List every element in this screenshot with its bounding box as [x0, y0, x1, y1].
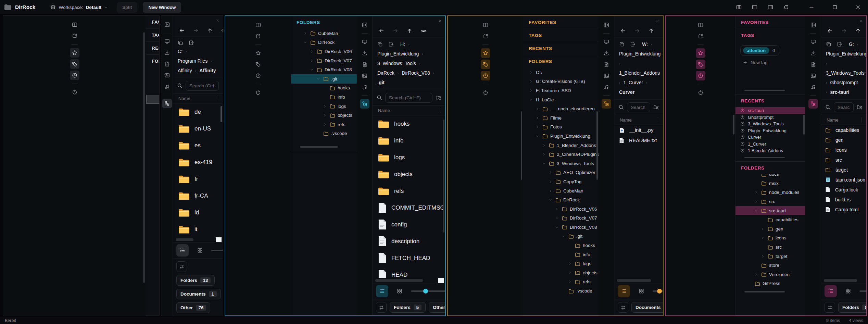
tree-item[interactable]: Adobe: [146, 77, 160, 86]
breadcrumb-item[interactable]: G:: [849, 40, 854, 48]
drives-view-icon[interactable]: [360, 37, 369, 47]
split-view-icon[interactable]: [70, 20, 79, 29]
recents-item[interactable]: 1 Blender Addons: [735, 147, 805, 154]
filter-chip[interactable]: Documents1: [631, 302, 663, 313]
workspace-switcher[interactable]: Workspace: Default: [48, 2, 111, 12]
list-view-button[interactable]: [825, 285, 837, 297]
tree-item[interactable]: G: Create-Visions (6TB): [523, 77, 599, 86]
chevron-down-icon[interactable]: [302, 40, 308, 44]
tree-item[interactable]: Resources: [146, 195, 160, 204]
chevron-right-icon[interactable]: [534, 125, 540, 129]
tree-item[interactable]: objects: [291, 111, 357, 120]
forward-button[interactable]: [841, 28, 847, 34]
file-item[interactable]: FETCH_HEAD: [373, 250, 445, 266]
tree-item[interactable]: src: [735, 242, 805, 252]
open-new-window-icon[interactable]: [696, 32, 705, 41]
chevron-right-icon[interactable]: [158, 252, 160, 256]
chevron-right-icon[interactable]: [760, 227, 765, 231]
icon-size-slider[interactable]: [211, 250, 223, 251]
filter-chip[interactable]: Folders5: [390, 302, 426, 313]
tree-item[interactable]: docs: [735, 174, 805, 179]
recents-item[interactable]: Ghostprompt: [735, 114, 805, 121]
tree-item[interactable]: Android: [146, 286, 160, 295]
tree-item[interactable]: src: [735, 197, 805, 206]
list-view-button[interactable]: [618, 285, 630, 297]
folder-search-icon[interactable]: [436, 95, 441, 100]
swap-sort-button[interactable]: [376, 302, 387, 313]
horizontal-scrollbar-thumb[interactable]: [824, 279, 857, 282]
recents-toggle-icon[interactable]: [70, 71, 79, 80]
section-header[interactable]: RECENTS: [735, 95, 805, 107]
icon-size-slider[interactable]: [411, 290, 445, 292]
close-view-button[interactable]: [656, 19, 659, 23]
slider-knob[interactable]: [423, 289, 428, 294]
tree-item[interactable]: .vscode: [523, 286, 599, 296]
file-item[interactable]: es-419: [173, 154, 223, 171]
breadcrumb-item[interactable]: C:: [178, 48, 183, 55]
breadcrumb-item[interactable]: 3_Windows_Tools: [377, 60, 416, 67]
tree-item[interactable]: 3_Windows_Tools: [523, 159, 599, 168]
swap-sort-button[interactable]: [618, 302, 628, 313]
horizontal-scrollbar-thumb[interactable]: [744, 157, 785, 158]
documents-view-icon[interactable]: [360, 60, 369, 69]
section-header[interactable]: FOLDERS: [523, 55, 599, 68]
horizontal-scrollbar-thumb[interactable]: [744, 90, 785, 91]
breadcrumb-item[interactable]: Plugin_Entwicklung: [826, 50, 866, 58]
file-item[interactable]: tauri.conf.json: [821, 175, 866, 185]
chevron-down-icon[interactable]: [554, 225, 559, 229]
tree-item[interactable]: DirRock_V06: [291, 47, 357, 56]
music-view-icon[interactable]: [162, 82, 172, 91]
swap-sort-button[interactable]: [176, 261, 187, 272]
tree-item[interactable]: F: Texturen_SSD: [523, 86, 599, 95]
file-item[interactable]: en-US: [173, 120, 223, 137]
chevron-down-icon[interactable]: [158, 88, 160, 92]
back-button[interactable]: [827, 28, 833, 34]
folder-search-icon[interactable]: [653, 104, 659, 110]
downloads-view-icon[interactable]: [602, 48, 611, 58]
tree-item[interactable]: store: [735, 261, 805, 270]
breadcrumb-item[interactable]: H:: [400, 40, 405, 48]
recents-item[interactable]: Plugin_Entwicklung: [735, 127, 805, 134]
tree-item[interactable]: info: [523, 250, 599, 259]
recents-item[interactable]: src-tauri: [735, 107, 805, 114]
chevron-right-icon[interactable]: [528, 71, 533, 74]
split-view-icon[interactable]: [253, 20, 263, 30]
search-input[interactable]: [834, 102, 854, 112]
column-header-name[interactable]: Name: [821, 115, 866, 125]
recents-item[interactable]: Curver: [735, 134, 805, 141]
tree-item[interactable]: capabilities: [735, 215, 805, 224]
horizontal-scrollbar[interactable]: [616, 278, 662, 283]
breadcrumb-item[interactable]: Affinity: [178, 67, 192, 74]
tag-chip[interactable]: attention0: [740, 45, 779, 56]
file-item[interactable]: src: [821, 155, 866, 165]
tags-toggle-icon[interactable]: [253, 60, 263, 69]
grid-view-button[interactable]: [635, 285, 647, 297]
filter-chip[interactable]: Folders13: [176, 275, 215, 286]
tree-item[interactable]: Fotos: [523, 123, 599, 132]
copy-button[interactable]: [619, 41, 625, 47]
copy-button[interactable]: [178, 40, 183, 46]
close-button[interactable]: [853, 2, 863, 12]
chevron-down-icon[interactable]: [528, 98, 533, 102]
forward-button[interactable]: [634, 28, 640, 34]
list-view-button[interactable]: [376, 285, 388, 297]
tree-item[interactable]: CubeMan: [523, 186, 599, 196]
music-view-icon[interactable]: [360, 82, 369, 92]
back-button[interactable]: [379, 28, 384, 34]
tree-item[interactable]: Common: [146, 222, 160, 232]
tree-item[interactable]: H: LaCie: [523, 95, 599, 104]
section-header[interactable]: FOLDERS: [735, 162, 805, 174]
tree-item[interactable]: msix: [735, 179, 805, 188]
breadcrumb-item[interactable]: 3_Windows_Tools: [826, 69, 865, 77]
horizontal-scrollbar-thumb[interactable]: [744, 291, 785, 292]
list-view-button[interactable]: [176, 244, 189, 257]
file-item[interactable]: de: [173, 103, 223, 120]
tree-item[interactable]: DirRock_V08: [523, 223, 599, 232]
chevron-down-icon[interactable]: [315, 77, 321, 81]
power-icon[interactable]: [253, 88, 263, 97]
tree-item[interactable]: id: [146, 159, 160, 168]
forward-button[interactable]: [193, 28, 199, 33]
breadcrumb-item[interactable]: 1_Curver: [624, 79, 643, 86]
file-item[interactable]: logs: [373, 149, 445, 166]
preview-toggle-button[interactable]: [221, 28, 223, 33]
